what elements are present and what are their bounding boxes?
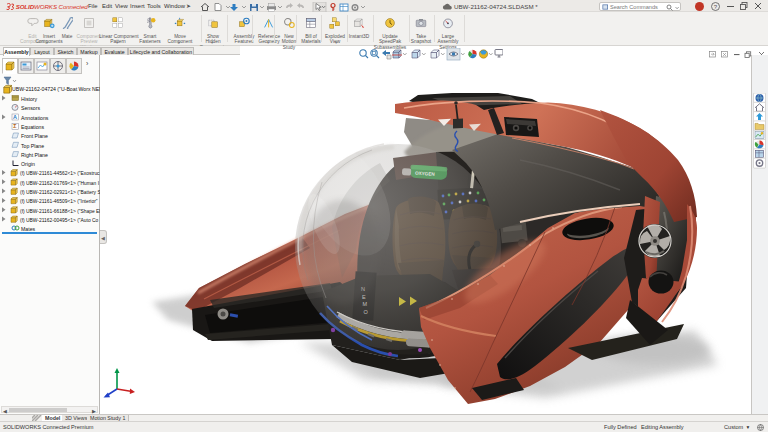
svg-text:(f) UBW-21161-44562<1> ("Exost: (f) UBW-21161-44562<1> ("Exostruc [20,171,100,176]
svg-text:(f) UBW-21162-01769<1> ("Human: (f) UBW-21162-01769<1> ("Human I [20,181,99,186]
svg-text:Front Plane: Front Plane [21,133,48,139]
svg-text:Top Plane: Top Plane [21,143,44,149]
svg-text:Sensors: Sensors [21,105,40,111]
svg-text:(f) UBW-21161-46509<1> ("Inter: (f) UBW-21161-46509<1> ("Interior" [20,199,98,204]
svg-text:(f) UBW-21162-02921<1> ("Batte: (f) UBW-21162-02921<1> ("Battery S [20,190,100,195]
svg-text:A: A [13,114,17,120]
svg-text:UBW-21162-04724 ("U-Boat Worx: UBW-21162-04724 ("U-Boat Worx NEMO [12,86,100,92]
svg-text:Equations: Equations [21,124,44,130]
svg-text:Annotations: Annotations [21,115,49,121]
svg-text:(f) UBW-21162-00495<1> ("Auto: (f) UBW-21162-00495<1> ("Auto Co [20,218,98,223]
svg-text:History: History [21,96,38,102]
svg-text:Mates: Mates [21,226,36,232]
svg-text:Right Plane: Right Plane [21,152,48,158]
svg-text:Origin: Origin [21,161,35,167]
svg-text:(f) UBW-21161-66188<1> ("Shape: (f) UBW-21161-66188<1> ("Shape El [20,209,100,214]
svg-text:?: ? [714,3,718,9]
